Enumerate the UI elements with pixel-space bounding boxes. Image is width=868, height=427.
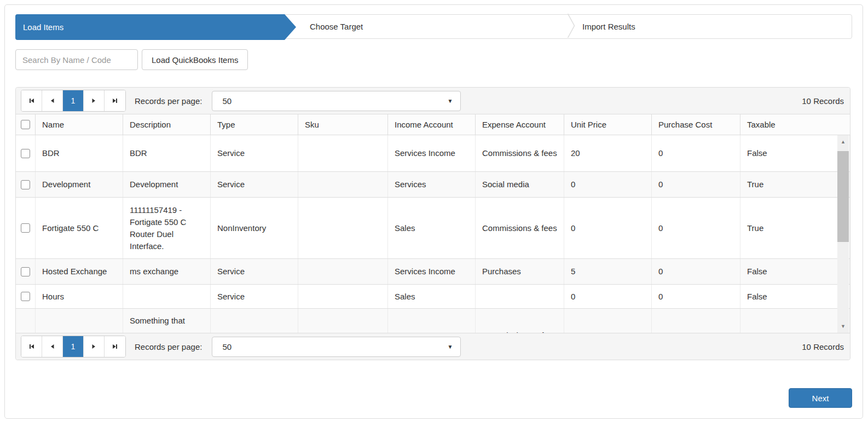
cell-purchase-cost: 0 <box>652 285 740 308</box>
pager-next-button[interactable] <box>84 90 105 111</box>
pager-last-button[interactable] <box>105 90 125 111</box>
pager-page-button[interactable]: 1 <box>63 336 84 357</box>
cell-expense-account: Commissions & fees <box>476 135 564 171</box>
pager-last-button[interactable] <box>105 336 125 357</box>
records-per-page-select[interactable]: 50 ▼ <box>212 337 461 357</box>
tab-choose-target-label: Choose Target <box>310 22 363 31</box>
row-checkbox-cell <box>16 285 36 308</box>
cell-taxable: False <box>740 135 850 171</box>
cell-unit-price: 0 <box>564 285 652 308</box>
cell-taxable: False <box>740 259 850 284</box>
cell-income-account: Sales <box>388 198 476 258</box>
cell-taxable: False <box>740 285 850 308</box>
pager-top: 1 Records per page: 50 ▼ 10 Records <box>16 88 850 114</box>
scroll-down-icon[interactable]: ▼ <box>837 321 849 332</box>
cell-unit-price: 20 <box>564 135 652 171</box>
cell-unit-price: 0 <box>564 198 652 258</box>
cell-income-account: Services Income <box>388 259 476 284</box>
seek-last-icon <box>112 97 119 104</box>
cell-sku <box>298 285 388 308</box>
cell-sku <box>298 309 388 333</box>
column-header-taxable[interactable]: Taxable <box>740 114 850 135</box>
pager-first-button[interactable] <box>21 336 42 357</box>
column-header-purchase-cost[interactable]: Purchase Cost <box>652 114 740 135</box>
tab-import-results[interactable]: Import Results <box>575 15 852 38</box>
load-quickbooks-items-button[interactable]: Load QuickBooks Items <box>142 49 248 70</box>
records-per-page-label: Records per page: <box>135 96 202 106</box>
column-header-sku[interactable]: Sku <box>298 114 388 135</box>
cell-type: Service <box>211 259 298 284</box>
row-checkbox-cell <box>16 198 36 258</box>
records-per-page-label: Records per page: <box>135 342 202 351</box>
row-checkbox[interactable] <box>21 267 30 276</box>
items-grid: 1 Records per page: 50 ▼ 10 Records <box>15 87 850 360</box>
records-per-page-select[interactable]: 50 ▼ <box>212 91 461 111</box>
pager-first-button[interactable] <box>21 90 42 111</box>
cell-taxable <box>740 309 850 333</box>
pager-next-button[interactable] <box>84 336 105 357</box>
cell-name: BDR <box>36 135 123 171</box>
cell-expense-account: Purchases <box>476 259 564 284</box>
pager-prev-button[interactable] <box>42 90 63 111</box>
cell-type: Service <box>211 135 298 171</box>
row-checkbox-cell <box>16 259 36 284</box>
table-row[interactable]: Hosted Exchange ms exchange Service Serv… <box>16 258 850 284</box>
cell-description: BDR <box>123 135 211 171</box>
pager-prev-button[interactable] <box>42 336 63 357</box>
tab-choose-target[interactable]: Choose Target <box>296 15 567 38</box>
import-wizard-panel: Load Items Choose Target Import Results … <box>4 4 863 419</box>
row-checkbox[interactable] <box>21 180 30 189</box>
column-header-type[interactable]: Type <box>211 114 298 135</box>
cell-description <box>123 285 211 308</box>
next-icon <box>90 97 97 104</box>
grid-header: Name Description Type Sku Income Account… <box>16 114 850 135</box>
scrollbar-thumb[interactable] <box>837 151 849 242</box>
cell-expense-account: Commissions & fees <box>476 309 564 333</box>
pager-page-button[interactable]: 1 <box>63 90 84 111</box>
select-all-checkbox[interactable] <box>21 120 30 129</box>
column-header-unit-price[interactable]: Unit Price <box>564 114 652 135</box>
scroll-up-icon[interactable]: ▲ <box>837 136 849 147</box>
column-header-income-account[interactable]: Income Account <box>388 114 476 135</box>
table-row[interactable]: Fortigate 550 C 11111157419 - Fortigate … <box>16 197 850 258</box>
cell-purchase-cost: 0 <box>652 135 740 171</box>
cell-name: Development <box>36 172 123 197</box>
tab-load-items[interactable]: Load Items <box>15 14 296 40</box>
dropdown-caret-icon: ▼ <box>448 344 453 350</box>
tab-import-results-label: Import Results <box>582 22 635 31</box>
pager-buttons: 1 <box>21 336 126 357</box>
column-header-expense-account[interactable]: Expense Account <box>476 114 564 135</box>
cell-sku <box>298 135 388 171</box>
chevron-separator-icon <box>567 14 575 40</box>
column-header-name[interactable]: Name <box>36 114 123 135</box>
cell-taxable: True <box>740 198 850 258</box>
cell-name <box>36 309 123 333</box>
cell-sku <box>298 172 388 197</box>
select-all-cell <box>16 114 36 135</box>
cell-expense-account: Commissions & fees <box>476 198 564 258</box>
pager-buttons: 1 <box>21 90 126 112</box>
row-checkbox-cell <box>16 309 36 333</box>
cell-income-account <box>388 309 476 333</box>
table-row[interactable]: BDR BDR Service Services Income Commissi… <box>16 135 850 171</box>
row-checkbox[interactable] <box>21 149 30 158</box>
cell-sku <box>298 198 388 258</box>
table-row[interactable]: Something that Commissions & fees <box>16 308 850 333</box>
cell-taxable: True <box>740 172 850 197</box>
cell-purchase-cost: 0 <box>652 198 740 258</box>
toolbar: Load QuickBooks Items <box>15 49 852 70</box>
table-row[interactable]: Hours Service Sales 0 0 False <box>16 284 850 308</box>
records-per-page-value: 50 <box>222 96 232 106</box>
cell-description: 11111157419 - Fortigate 550 C Router Due… <box>123 198 211 258</box>
column-header-description[interactable]: Description <box>123 114 211 135</box>
next-button[interactable]: Next <box>789 388 852 408</box>
table-row[interactable]: Development Development Service Services… <box>16 171 850 197</box>
cell-name: Hours <box>36 285 123 308</box>
cell-unit-price: 5 <box>564 259 652 284</box>
search-input[interactable] <box>15 49 138 70</box>
vertical-scrollbar[interactable]: ▲ ▼ <box>837 135 849 333</box>
seek-first-icon <box>28 97 35 104</box>
cell-type: Service <box>211 172 298 197</box>
row-checkbox[interactable] <box>21 223 30 233</box>
row-checkbox[interactable] <box>21 292 30 301</box>
